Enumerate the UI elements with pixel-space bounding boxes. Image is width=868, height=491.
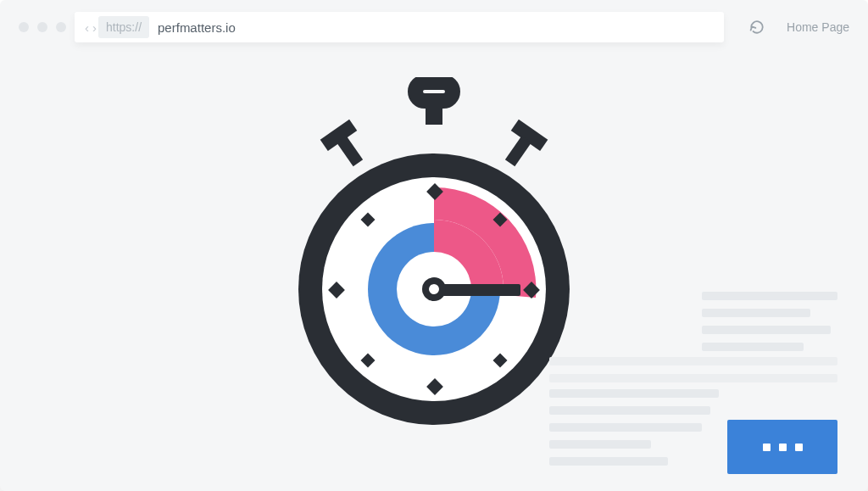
url-scheme: https:// xyxy=(98,16,149,38)
traffic-light-max[interactable] xyxy=(56,22,66,32)
placeholder-text-block-2 xyxy=(549,389,719,474)
url-text: perfmatters.io xyxy=(158,20,236,35)
cta-button[interactable] xyxy=(727,420,837,474)
svg-point-20 xyxy=(429,284,439,294)
dot-icon xyxy=(779,444,787,451)
nav-arrows: ‹ › xyxy=(85,20,97,35)
svg-rect-1 xyxy=(426,99,442,125)
page-viewport xyxy=(0,54,868,491)
stopwatch-icon xyxy=(281,77,587,433)
back-icon[interactable]: ‹ xyxy=(85,20,89,35)
placeholder-text-wide xyxy=(549,357,837,391)
forward-icon[interactable]: › xyxy=(92,20,97,35)
dot-icon xyxy=(763,444,771,451)
refresh-icon[interactable] xyxy=(749,20,765,35)
svg-rect-5 xyxy=(505,136,531,166)
svg-rect-0 xyxy=(415,82,453,101)
traffic-light-min[interactable] xyxy=(37,22,47,32)
dot-icon xyxy=(795,444,803,451)
browser-window: ‹ › https:// perfmatters.io Home Page xyxy=(0,0,868,491)
placeholder-text-block xyxy=(702,292,837,360)
window-controls xyxy=(19,22,66,32)
address-bar[interactable]: ‹ › https:// perfmatters.io xyxy=(75,12,724,42)
traffic-light-close[interactable] xyxy=(19,22,29,32)
svg-rect-3 xyxy=(337,136,363,166)
page-label: Home Page xyxy=(787,20,849,34)
browser-chrome: ‹ › https:// perfmatters.io Home Page xyxy=(0,0,868,54)
